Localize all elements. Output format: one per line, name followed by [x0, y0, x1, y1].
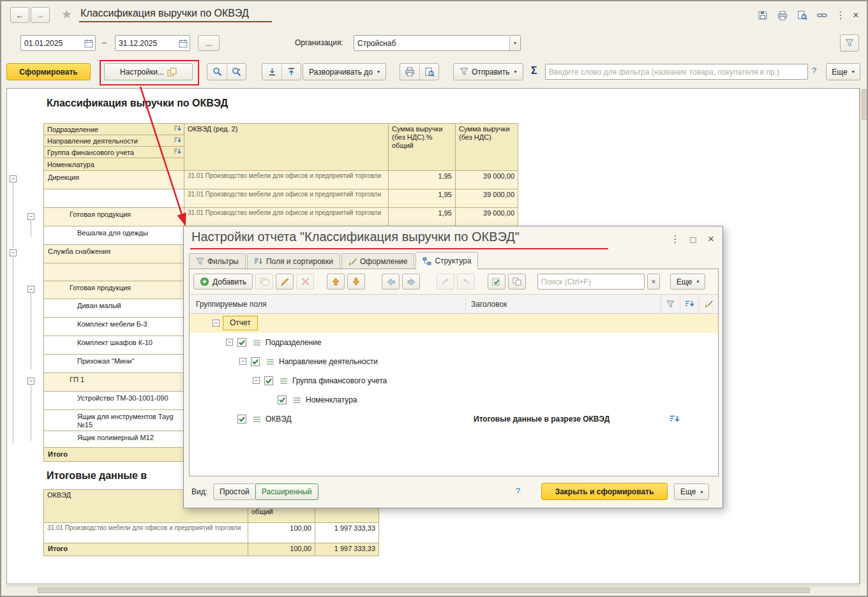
create-group-button[interactable] — [255, 274, 273, 290]
column-title[interactable]: Заголовок — [465, 295, 661, 313]
tree-collapse-icon[interactable]: − — [253, 377, 260, 384]
tab-fields-sorting[interactable]: Поля и сортировки — [247, 253, 340, 269]
tree-collapse-icon[interactable]: − — [27, 213, 34, 220]
send-button[interactable]: Отправить ▾ — [453, 63, 523, 80]
dialog-close-button[interactable]: × — [703, 232, 719, 247]
grid-sort-icon[interactable] — [680, 295, 699, 313]
tab-filters[interactable]: Фильтры — [189, 253, 246, 269]
quick-filter-input[interactable] — [546, 68, 807, 77]
tab-appearance[interactable]: Оформление — [341, 253, 414, 269]
sum-button[interactable]: Σ — [531, 65, 537, 77]
dialog-help-link[interactable]: ? — [516, 486, 520, 496]
organization-input[interactable] — [354, 39, 509, 48]
move-down-button[interactable] — [347, 274, 365, 290]
uncheck-all-button[interactable] — [508, 274, 526, 290]
print-preview-button[interactable] — [419, 64, 438, 80]
column-header-percent[interactable]: Сумма выручки (без НДС).% общий — [389, 124, 456, 171]
checkbox-checked-icon[interactable] — [278, 395, 287, 406]
view-advanced-button[interactable]: Расширенный — [255, 483, 318, 500]
date-to-input[interactable] — [116, 39, 177, 48]
vertical-scrollbar-thumb[interactable] — [862, 89, 867, 120]
print-button[interactable] — [400, 64, 419, 80]
column-header-sum[interactable]: Сумма выручки (без НДС) — [456, 124, 518, 171]
save-button[interactable] — [754, 8, 771, 22]
structure-row-field[interactable]: −Подразделение — [190, 333, 718, 352]
search-next-button[interactable] — [227, 64, 246, 80]
filter-settings-button[interactable] — [840, 34, 859, 52]
edit-button[interactable] — [276, 274, 294, 290]
add-button[interactable]: Добавить — [193, 274, 253, 290]
generate-button[interactable]: Сформировать — [6, 63, 91, 80]
summary-row[interactable]: 31.01 Производство мебели для офисов и п… — [44, 523, 378, 543]
print-button[interactable] — [774, 8, 791, 22]
close-and-generate-button[interactable]: Закрыть и сформировать — [541, 483, 668, 500]
view-simple-button[interactable]: Простой — [213, 483, 256, 500]
column-grouped-fields[interactable]: Группируемые поля — [190, 300, 465, 309]
checkbox-checked-icon[interactable] — [237, 415, 246, 425]
report-row[interactable]: Готовая продукция31.01 Производство мебе… — [44, 208, 518, 226]
preview-button[interactable] — [794, 8, 811, 22]
tab-structure[interactable]: Структура — [415, 252, 478, 269]
horizontal-scrollbar-thumb[interactable] — [38, 587, 810, 593]
date-from-input[interactable] — [21, 39, 82, 48]
vertical-scrollbar[interactable] — [860, 88, 868, 584]
report-row[interactable]: 31.01 Производство мебели для офисов и п… — [44, 189, 518, 208]
tree-collapse-icon[interactable]: − — [226, 339, 233, 346]
expand-to-button[interactable]: Разворачивать до ▾ — [303, 63, 386, 80]
summary-total-row[interactable]: Итого100,001 997 333,33 — [44, 543, 378, 556]
structure-row-field[interactable]: Номенклатура — [190, 390, 718, 409]
structure-row-field[interactable]: −Направление деятельности — [190, 352, 718, 371]
checkbox-checked-icon[interactable] — [237, 338, 246, 349]
group-value-cell: Ящик полимерный М12 — [44, 431, 184, 448]
horizontal-scrollbar[interactable] — [6, 586, 860, 594]
search-button[interactable] — [207, 64, 227, 80]
organization-dropdown-button[interactable]: ▾ — [509, 36, 520, 50]
window-close-button[interactable]: × — [849, 8, 863, 23]
tree-collapse-icon[interactable]: − — [239, 358, 246, 365]
more-button[interactable]: Еще ▾ — [826, 63, 860, 80]
checkbox-checked-icon[interactable] — [264, 376, 273, 387]
move-out-of-group-button[interactable] — [457, 274, 475, 290]
structure-root-cell[interactable]: Отчет — [223, 316, 258, 330]
dialog-menu-dots-button[interactable]: ⋮ — [668, 232, 683, 247]
grid-appearance-icon[interactable] — [699, 295, 718, 313]
structure-row-field[interactable]: −Группа финансового учета — [190, 371, 718, 390]
tree-collapse-icon[interactable]: − — [27, 378, 34, 385]
dialog-more-button[interactable]: Еще▾ — [674, 483, 709, 500]
calendar-icon[interactable] — [82, 39, 95, 48]
dialog-maximize-button[interactable]: □ — [685, 232, 701, 247]
help-link[interactable]: ? — [812, 66, 816, 75]
forward-button[interactable]: → — [31, 7, 50, 23]
structure-row-root[interactable]: −Отчет — [190, 314, 718, 333]
dialog-search-input[interactable] — [538, 277, 644, 286]
calendar-icon[interactable] — [177, 39, 190, 48]
column-header-okved[interactable]: ОКВЭД (ред. 2) — [184, 124, 389, 171]
favorite-star-icon[interactable]: ★ — [61, 7, 72, 22]
expand-levels-button[interactable] — [281, 64, 301, 80]
back-button[interactable]: ← — [10, 7, 29, 23]
structure-row-field[interactable]: ОКВЭДИтоговые данные в разрезе ОКВЭД — [190, 409, 718, 429]
percent-cell: 1,95 — [389, 189, 456, 208]
move-into-group-button[interactable] — [437, 274, 454, 290]
report-row[interactable]: Дирекция31.01 Производство мебели для оф… — [44, 171, 518, 189]
link-button[interactable] — [814, 8, 830, 22]
move-up-button[interactable] — [327, 274, 345, 290]
move-right-button[interactable] — [402, 274, 420, 290]
toolbar-more-button[interactable]: Еще▾ — [670, 274, 705, 290]
tree-collapse-icon[interactable]: − — [27, 286, 34, 293]
tree-collapse-icon[interactable]: − — [10, 249, 17, 256]
search-clear-button[interactable]: × — [647, 274, 660, 290]
checkbox-checked-icon[interactable] — [251, 357, 260, 368]
more-label: Еще — [680, 487, 696, 496]
period-more-button[interactable]: ... — [198, 35, 220, 51]
check-all-button[interactable] — [488, 274, 505, 290]
delete-button[interactable] — [296, 274, 314, 290]
collapse-levels-button[interactable] — [262, 64, 281, 80]
tree-collapse-icon[interactable]: − — [213, 320, 220, 327]
window-menu-dots-button[interactable]: ⋮ — [834, 8, 848, 23]
grid-filter-icon[interactable] — [661, 295, 680, 313]
funnel-icon — [196, 258, 204, 265]
tree-collapse-icon[interactable]: − — [10, 175, 17, 182]
move-left-button[interactable] — [382, 274, 400, 290]
row-sort-settings-icon[interactable] — [670, 415, 680, 425]
